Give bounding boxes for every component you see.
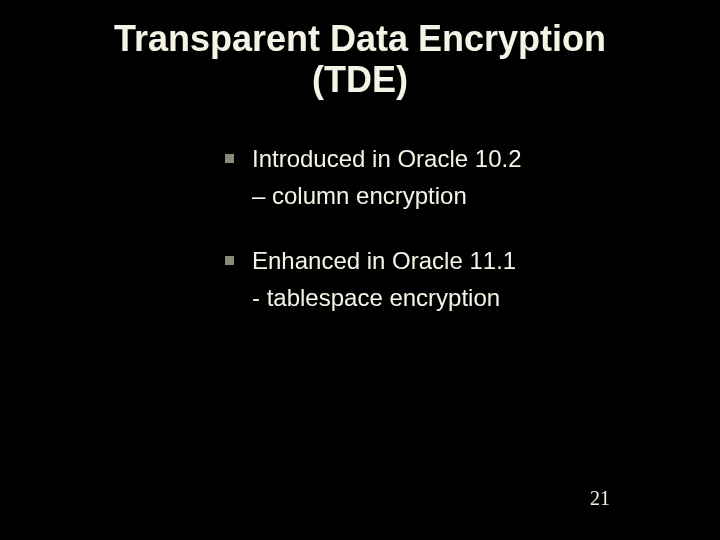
bullet-main-line: Introduced in Oracle 10.2 [225,143,640,174]
bullet-item: Introduced in Oracle 10.2 – column encry… [225,143,640,211]
bullet-sub-line: – column encryption [225,180,640,211]
slide-content: Introduced in Oracle 10.2 – column encry… [40,143,680,314]
title-line-1: Transparent Data Encryption [90,18,630,59]
slide-title: Transparent Data Encryption (TDE) [40,18,680,101]
square-bullet-icon [225,256,234,265]
square-bullet-icon [225,154,234,163]
page-number: 21 [590,487,610,510]
bullet-sub-text: – column encryption [252,180,640,211]
bullet-main-text: Enhanced in Oracle 11.1 [252,245,516,276]
bullet-sub-text: - tablespace encryption [252,282,640,313]
bullet-sub-line: - tablespace encryption [225,282,640,313]
slide: Transparent Data Encryption (TDE) Introd… [0,0,720,540]
bullet-main-line: Enhanced in Oracle 11.1 [225,245,640,276]
bullet-item: Enhanced in Oracle 11.1 - tablespace enc… [225,245,640,313]
title-line-2: (TDE) [90,59,630,100]
bullet-main-text: Introduced in Oracle 10.2 [252,143,522,174]
